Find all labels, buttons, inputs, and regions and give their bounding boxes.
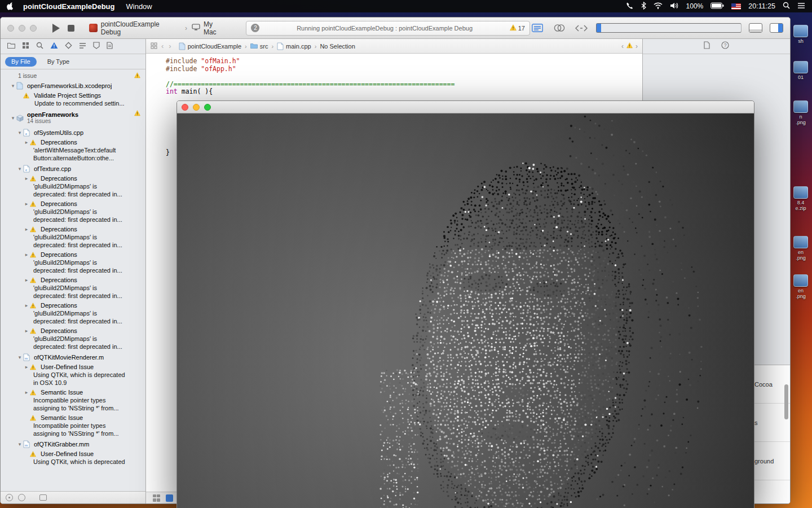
file-row[interactable]: ▾cofTexture.cpp [1, 163, 145, 174]
apple-menu-icon[interactable] [7, 2, 14, 11]
issue-row[interactable]: Validate Project Settings [1, 91, 145, 100]
search-navigator-icon[interactable] [36, 41, 43, 51]
standard-editor-button[interactable] [530, 23, 545, 33]
issue-row[interactable]: ▸Deprecations [1, 250, 145, 259]
issue-row[interactable]: ▸Deprecations [1, 199, 145, 208]
file-row[interactable]: ▾openFrameworksLib.xcodeproj [1, 80, 145, 91]
disclosure-triangle[interactable]: ▸ [23, 277, 30, 283]
desktop-icon[interactable]: sh [791, 25, 811, 44]
breakpoint-navigator-icon[interactable] [93, 41, 100, 51]
issue-row[interactable]: ▸User-Defined Issue [1, 362, 145, 371]
stop-button[interactable] [68, 25, 74, 32]
filter-field[interactable] [39, 494, 47, 501]
input-language-flag-icon[interactable] [731, 3, 741, 10]
disclosure-triangle[interactable]: ▸ [23, 364, 30, 370]
file-row[interactable]: ▾cofSystemUtils.cpp [1, 127, 145, 138]
disclosure-triangle[interactable]: ▸ [23, 389, 30, 395]
destination-name[interactable]: My Mac [204, 20, 227, 36]
toolbar-warning-counter[interactable]: 17 [510, 24, 525, 32]
disclosure-triangle[interactable]: ▸ [23, 139, 30, 145]
zoom-button[interactable] [30, 25, 37, 32]
disclosure-triangle[interactable]: ▾ [10, 115, 16, 121]
close-button[interactable] [182, 104, 188, 111]
test-navigator-icon[interactable] [65, 41, 72, 51]
disclosure-triangle[interactable]: ▸ [23, 252, 30, 257]
wifi-icon[interactable] [654, 2, 663, 11]
symbol-navigator-icon[interactable] [22, 41, 29, 51]
scope-tab-by-file[interactable]: By File [5, 57, 37, 67]
toggle-debug-area-button[interactable] [749, 23, 762, 33]
pointcloud-window-titlebar[interactable] [177, 101, 754, 113]
editor-grid-icon[interactable] [153, 494, 160, 502]
issue-navigator-icon-selected[interactable] [50, 41, 58, 51]
code-line[interactable]: int main( ){ [166, 88, 642, 96]
disclosure-triangle[interactable]: ▾ [16, 166, 23, 172]
quick-help-icon[interactable]: ? [721, 41, 729, 51]
issue-row[interactable]: ▸Deprecations [1, 275, 145, 284]
scope-tab-by-type[interactable]: By Type [41, 57, 76, 67]
issue-row[interactable]: ▸Semantic Issue [1, 388, 145, 397]
battery-icon[interactable] [710, 2, 724, 11]
forward-button[interactable]: › [167, 42, 172, 50]
issue-row[interactable]: Semantic Issue [1, 413, 145, 422]
issue-row[interactable]: User-Defined Issue [1, 449, 145, 458]
desktop-icon[interactable]: en.png [791, 274, 811, 299]
minimize-button[interactable] [19, 25, 25, 32]
desktop-icon[interactable]: 01 [791, 61, 811, 80]
scheme-selector[interactable]: pointCloudExample Debug › My Mac [89, 20, 227, 36]
issue-row[interactable]: ▸Deprecations [1, 174, 145, 183]
code-line[interactable]: #include "ofMain.h" [166, 58, 642, 65]
disclosure-triangle[interactable]: ▸ [23, 328, 30, 334]
assistant-editor-button[interactable] [552, 23, 567, 33]
desktop-icon[interactable]: en.png [791, 236, 811, 261]
project-navigator-icon[interactable] [7, 41, 15, 51]
menubar-app-name[interactable]: pointCloudExampleDebug [23, 2, 115, 11]
jumpbar-crumb[interactable]: pointCloudExample [179, 42, 241, 50]
close-button[interactable] [7, 25, 14, 32]
disclosure-triangle[interactable]: ▾ [10, 83, 16, 89]
point-cloud-canvas[interactable] [177, 113, 754, 508]
desktop-icon[interactable]: 8.4e.zip [791, 186, 811, 211]
run-button[interactable] [52, 24, 60, 33]
issue-row[interactable]: ▸Deprecations [1, 225, 145, 234]
handoff-phone-icon[interactable] [625, 2, 634, 11]
disclosure-triangle[interactable]: ▾ [16, 354, 23, 360]
issue-row[interactable]: ▸Deprecations [1, 301, 145, 310]
toggle-navigator-button[interactable] [596, 23, 742, 33]
menubar-clock[interactable]: 20:11:25 [748, 2, 775, 10]
zoom-button[interactable] [204, 104, 211, 111]
scheme-name[interactable]: pointCloudExample Debug [101, 20, 180, 36]
code-line[interactable]: #include "ofApp.h" [166, 65, 642, 73]
file-row[interactable]: ▾mofQTKitMovieRenderer.m [1, 352, 145, 362]
file-inspector-icon[interactable] [704, 41, 710, 51]
project-row[interactable]: ▾openFrameworks14 issues [1, 109, 145, 127]
debug-navigator-icon[interactable] [79, 41, 86, 51]
disclosure-triangle[interactable]: ▾ [16, 130, 23, 135]
issue-row[interactable]: ▸Deprecations [1, 138, 145, 147]
toggle-utilities-button[interactable] [770, 23, 783, 33]
disclosure-triangle[interactable]: ▸ [23, 226, 30, 232]
spotlight-icon[interactable] [783, 2, 790, 11]
jumpbar-crumb[interactable]: No Selection [320, 43, 355, 50]
back-button[interactable]: ‹ [160, 42, 165, 50]
jumpbar-crumb[interactable]: src [250, 43, 268, 50]
version-editor-button[interactable] [574, 23, 589, 33]
disclosure-triangle[interactable]: ▸ [23, 303, 30, 308]
library-scrollbar[interactable] [784, 384, 788, 419]
notification-center-icon[interactable] [797, 2, 805, 11]
desktop-icon[interactable]: n.png [791, 100, 811, 125]
bluetooth-icon[interactable] [641, 2, 646, 11]
file-row[interactable]: ▾mofQTKitGrabber.mm [1, 439, 145, 449]
report-navigator-icon[interactable] [107, 41, 113, 51]
code-line[interactable]: //======================================… [166, 81, 642, 89]
issue-row[interactable]: ▸Deprecations [1, 326, 145, 335]
volume-icon[interactable] [670, 2, 679, 11]
disclosure-triangle[interactable]: ▸ [23, 201, 30, 207]
menubar-menu-window[interactable]: Window [126, 2, 152, 11]
related-items-icon[interactable] [151, 42, 157, 50]
code-line[interactable] [166, 73, 642, 81]
editor-blue-toggle-icon[interactable] [166, 494, 173, 502]
minimize-button[interactable] [193, 104, 200, 111]
show-only-errors-icon[interactable] [18, 494, 25, 501]
pointcloud-app-window[interactable] [176, 100, 754, 508]
